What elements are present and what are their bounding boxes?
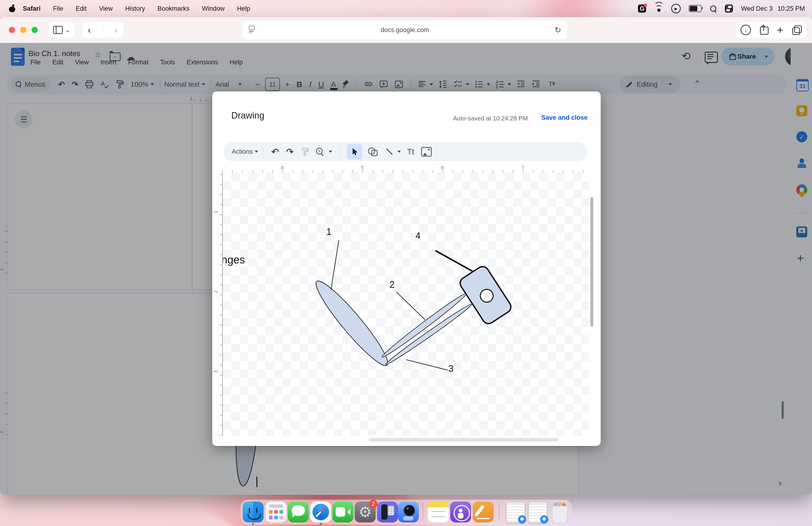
label-4[interactable]: 4 — [416, 231, 420, 241]
bold-button[interactable]: B — [296, 80, 303, 88]
save-and-close-button[interactable]: Save and close — [541, 114, 588, 122]
checklist-icon[interactable] — [453, 80, 463, 89]
podcasts-dock-icon[interactable] — [450, 501, 471, 523]
label-3[interactable]: 3 — [448, 363, 453, 374]
align-icon[interactable] — [417, 80, 427, 89]
now-playing-icon[interactable]: ▶ — [671, 4, 681, 13]
shape-tool-icon[interactable] — [368, 147, 377, 156]
docs-menu-file[interactable]: File — [30, 59, 41, 66]
underline-button[interactable]: U — [318, 80, 324, 88]
doc-scrollbar-thumb[interactable] — [782, 401, 784, 419]
align-caret-icon[interactable] — [430, 83, 433, 86]
bulleted-caret-icon[interactable] — [487, 83, 490, 86]
thin-ellipse-shape[interactable] — [384, 302, 474, 367]
menubar-history[interactable]: History — [125, 5, 145, 12]
undo-icon[interactable]: ↶ — [271, 147, 279, 156]
new-tab-icon[interactable]: + — [777, 24, 783, 36]
tv-remote-dock-icon[interactable] — [377, 501, 398, 523]
apple-icon[interactable] — [9, 5, 15, 12]
extension-icon[interactable] — [796, 226, 807, 237]
contacts-icon[interactable] — [796, 157, 807, 168]
launchpad-dock-icon[interactable] — [266, 501, 287, 523]
leader-line-4[interactable] — [435, 251, 473, 271]
numbered-list-icon[interactable] — [495, 80, 505, 89]
keep-icon[interactable] — [796, 105, 807, 116]
menubar-date[interactable]: Wed Dec 3 — [741, 5, 772, 12]
insert-link-icon[interactable] — [364, 80, 373, 89]
undo-icon[interactable]: ↶ — [58, 80, 65, 88]
reader-icon[interactable] — [249, 26, 255, 34]
share-button[interactable]: Share — [721, 48, 774, 65]
line-tool-icon[interactable] — [385, 147, 394, 156]
text-tool-button[interactable]: Tt — [407, 147, 414, 156]
editing-mode-select[interactable]: Editing — [620, 75, 680, 93]
decrease-indent-icon[interactable] — [516, 80, 526, 89]
text-color-button[interactable]: A — [331, 81, 336, 88]
tab-overview-icon[interactable] — [792, 25, 802, 34]
sidebar-toggle-button[interactable]: ⌄ — [49, 22, 75, 38]
docs-menu-insert[interactable]: Insert — [100, 59, 117, 66]
bulleted-list-icon[interactable] — [474, 80, 484, 89]
docs-menu-edit[interactable]: Edit — [53, 59, 64, 66]
photo-booth-dock-icon[interactable] — [398, 501, 419, 523]
docs-menu-view[interactable]: View — [75, 59, 89, 66]
paint-format-icon[interactable] — [300, 147, 309, 157]
safari-dock-icon[interactable] — [310, 501, 331, 523]
menubar-time[interactable]: 10:25 PM — [777, 5, 805, 12]
spellcheck-icon[interactable]: A — [100, 80, 109, 89]
version-history-icon[interactable]: ⟲ — [681, 49, 691, 62]
minimized-safari-window[interactable] — [507, 502, 525, 523]
large-ellipse-shape[interactable] — [309, 275, 394, 371]
minimize-window-button[interactable] — [20, 27, 26, 33]
menus-search-button[interactable]: Menus — [11, 77, 52, 92]
back-button[interactable]: ‹ — [88, 25, 91, 35]
menubar-view[interactable]: View — [99, 5, 113, 12]
zoom-window-button[interactable] — [32, 27, 38, 33]
line-spacing-icon[interactable] — [438, 80, 448, 89]
insert-image-icon[interactable] — [421, 147, 432, 157]
line-caret-icon[interactable] — [397, 151, 401, 153]
canvas-vertical-scrollbar[interactable] — [590, 197, 593, 327]
address-bar[interactable]: docs.google.com ↻ — [242, 20, 567, 40]
minimized-safari-window[interactable] — [529, 502, 547, 523]
zoom-tool-icon[interactable]: + — [316, 148, 324, 156]
paragraph-style-select[interactable]: Normal text — [164, 81, 200, 88]
control-center-icon[interactable] — [725, 4, 733, 13]
trash-dock-icon[interactable] — [550, 502, 569, 523]
clipped-text-element[interactable]: nges — [223, 254, 245, 266]
zoom-caret-icon[interactable] — [329, 151, 332, 153]
zoom-select[interactable]: 100% — [131, 81, 148, 88]
zoom-caret-icon[interactable] — [150, 83, 154, 86]
label-1[interactable]: 1 — [326, 226, 331, 237]
thin-ellipse-shape[interactable] — [380, 291, 468, 359]
leader-line-3[interactable] — [406, 360, 448, 370]
leader-line-2[interactable] — [396, 292, 425, 320]
actions-menu[interactable]: Actions — [232, 148, 258, 155]
menubar-app-name[interactable]: Safari — [23, 5, 41, 12]
add-addon-icon[interactable]: + — [797, 251, 804, 265]
side-panel-expand-icon[interactable]: › — [778, 477, 782, 489]
menubar-window[interactable]: Window — [202, 5, 224, 12]
maps-icon[interactable] — [794, 182, 809, 197]
add-comment-icon[interactable] — [379, 80, 389, 89]
font-size-decrease[interactable]: − — [255, 80, 260, 88]
comments-icon[interactable] — [705, 52, 718, 63]
redo-icon[interactable]: ↷ — [286, 147, 294, 156]
redo-icon[interactable]: ↷ — [72, 80, 78, 88]
label-2[interactable]: 2 — [389, 279, 395, 289]
drawing-canvas[interactable]: nges 1 2 3 4 — [222, 173, 589, 436]
clear-formatting-icon[interactable]: T — [547, 80, 556, 89]
menubar-help[interactable]: Help — [237, 5, 250, 12]
reload-icon[interactable]: ↻ — [555, 25, 562, 35]
insert-image-icon[interactable] — [394, 80, 404, 89]
collapse-toolbar-icon[interactable] — [695, 80, 699, 83]
star-icon[interactable]: ☆ — [95, 50, 101, 59]
battery-icon[interactable] — [689, 5, 701, 12]
spotlight-icon[interactable] — [710, 5, 717, 12]
canvas-horizontal-scrollbar[interactable] — [369, 438, 558, 442]
close-window-button[interactable] — [9, 27, 15, 33]
facetime-dock-icon[interactable] — [332, 501, 353, 523]
docs-menu-tools[interactable]: Tools — [160, 59, 175, 66]
pages-dock-icon[interactable] — [473, 501, 494, 523]
wifi-icon[interactable] — [655, 5, 663, 12]
